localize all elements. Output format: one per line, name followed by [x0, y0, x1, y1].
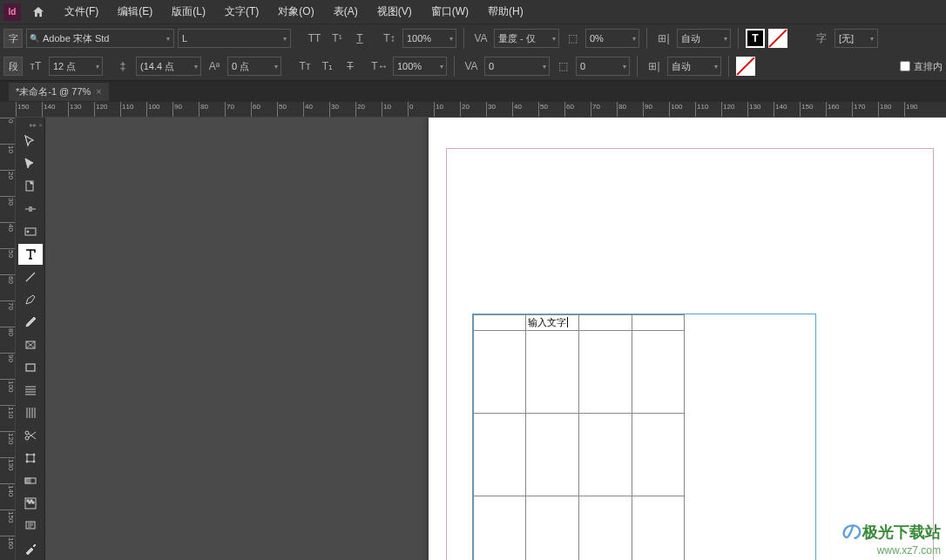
underline-icon[interactable]: T [350, 29, 369, 48]
scale-v-input[interactable]: 100% [393, 57, 447, 76]
horizontal-grid-tool[interactable] [18, 380, 43, 401]
grid-align2-input[interactable]: 自动 [667, 57, 721, 76]
table-cell[interactable] [579, 315, 632, 331]
aki-input[interactable]: 0 [576, 57, 630, 76]
table-cell[interactable] [526, 414, 579, 496]
menu-layout[interactable]: 版面(L) [163, 1, 214, 23]
selection-tool[interactable] [18, 131, 43, 152]
paragraph-mode-button[interactable]: 段 [3, 57, 23, 76]
table-cell[interactable] [632, 414, 684, 496]
ruler-vertical[interactable]: 0102030405060708090100110120130140150160 [0, 118, 16, 560]
gap-swatch[interactable] [768, 29, 787, 48]
menu-file[interactable]: 文件(F) [56, 1, 107, 23]
fill-swatch[interactable]: T [746, 29, 765, 48]
superscript-icon[interactable]: T¹ [328, 29, 347, 48]
eyedropper-tool[interactable] [18, 538, 43, 559]
text-frame[interactable]: 输入文字 [472, 314, 816, 560]
canvas[interactable]: 输入文字 [45, 118, 946, 560]
rectangle-tool[interactable] [18, 357, 43, 378]
para-style-dropdown[interactable]: [无] [835, 29, 878, 48]
stroke-swatch[interactable] [736, 57, 755, 76]
type-tool[interactable] [18, 244, 43, 265]
document-tab[interactable]: *未命名-1 @ 77% × [9, 83, 109, 101]
vertical-inline-checkbox[interactable]: 直排内 [900, 60, 943, 73]
tracking-icon: VA [462, 57, 481, 76]
rectangle-frame-tool[interactable] [18, 334, 43, 355]
grid-align-input[interactable]: 自动 [677, 29, 731, 48]
table[interactable]: 输入文字 [473, 314, 685, 560]
table-cell[interactable] [579, 414, 632, 496]
table-cell[interactable] [632, 496, 684, 561]
vertical-grid-tool[interactable] [18, 402, 43, 423]
tracking-input[interactable]: 0 [484, 57, 550, 76]
toolbox-collapse-icon[interactable]: ▸▸ × [16, 121, 44, 130]
menu-help[interactable]: 帮助(H) [479, 1, 532, 23]
table-cell[interactable] [474, 315, 526, 331]
menu-type[interactable]: 文字(T) [216, 1, 267, 23]
free-transform-tool[interactable] [18, 448, 43, 469]
aki-icon: ⬚ [553, 57, 572, 76]
strikethrough-icon[interactable]: T [341, 57, 360, 76]
table-cell[interactable] [474, 331, 526, 414]
pen-tool[interactable] [18, 289, 43, 310]
table-row[interactable] [474, 331, 685, 414]
all-caps-icon[interactable]: TT [305, 29, 324, 48]
table-cell[interactable] [474, 496, 526, 561]
scale-h-icon: T↕ [380, 29, 399, 48]
svg-rect-18 [32, 502, 34, 503]
ruler-tick: 10 [382, 102, 391, 117]
table-cell[interactable] [579, 496, 632, 561]
scissors-tool[interactable] [18, 425, 43, 446]
svg-point-10 [26, 461, 28, 462]
table-cell[interactable] [526, 331, 579, 414]
ruler-horizontal[interactable]: 1501401301201101009080706050403020100102… [16, 102, 946, 118]
menu-object[interactable]: 对象(O) [269, 1, 322, 23]
kerning-input[interactable]: 量度 - 仅 [494, 29, 559, 48]
tab-close-icon[interactable]: × [96, 86, 101, 97]
character-mode-button[interactable]: 字 [3, 29, 23, 48]
menu-edit[interactable]: 编辑(E) [109, 1, 161, 23]
page-tool[interactable] [18, 176, 43, 197]
font-family-dropdown[interactable]: Adobe 宋体 Std [26, 29, 174, 48]
gradient-feather-tool[interactable] [18, 493, 43, 514]
ruler-tick: 90 [643, 102, 652, 117]
char-style-label: 字 [812, 29, 831, 48]
font-size-input[interactable]: 12 点 [49, 57, 103, 76]
vertical-inline-check-input[interactable] [900, 61, 910, 71]
line-tool[interactable] [18, 267, 43, 287]
tsume-input[interactable]: 0% [585, 29, 639, 48]
menu-view[interactable]: 视图(V) [368, 1, 421, 23]
menu-table[interactable]: 表(A) [325, 1, 367, 23]
small-caps-icon[interactable]: Tт [295, 57, 314, 76]
leading-input[interactable]: (14.4 点 [136, 57, 201, 76]
table-cell[interactable] [526, 496, 579, 561]
table-cell[interactable] [579, 331, 632, 414]
table-row[interactable] [474, 414, 685, 496]
pencil-tool[interactable] [18, 312, 43, 333]
ruler-tick: 90 [0, 353, 15, 362]
home-icon[interactable] [28, 2, 49, 23]
svg-point-9 [33, 454, 35, 455]
table-cell[interactable] [632, 315, 684, 331]
ruler-tick: 30 [329, 102, 339, 117]
table-cell[interactable] [632, 331, 684, 414]
table-cell-active[interactable]: 输入文字 [526, 315, 579, 331]
table-cell[interactable] [474, 414, 526, 496]
table-row[interactable] [474, 496, 685, 561]
gradient-swatch-tool[interactable] [18, 470, 43, 491]
control-row-2: 段 тT 12 点 ‡ (14.4 点 Aª 0 点 Tт T₁ T T↔ 10… [0, 52, 946, 80]
baseline-input[interactable]: 0 点 [227, 57, 281, 76]
note-tool[interactable] [18, 516, 43, 536]
ruler-tick: 120 [0, 431, 15, 444]
ruler-tick: 80 [0, 327, 15, 336]
menu-window[interactable]: 窗口(W) [422, 1, 477, 23]
font-style-dropdown[interactable]: L [178, 29, 291, 48]
direct-selection-tool[interactable] [18, 153, 43, 174]
table-row[interactable]: 输入文字 [474, 315, 685, 331]
gap-tool[interactable] [18, 199, 43, 219]
ruler-tick: 30 [486, 102, 496, 117]
ruler-tick: 70 [0, 300, 15, 310]
content-collector-tool[interactable] [18, 221, 43, 242]
scale-h-input[interactable]: 100% [402, 29, 456, 48]
subscript-icon[interactable]: T₁ [318, 57, 337, 76]
